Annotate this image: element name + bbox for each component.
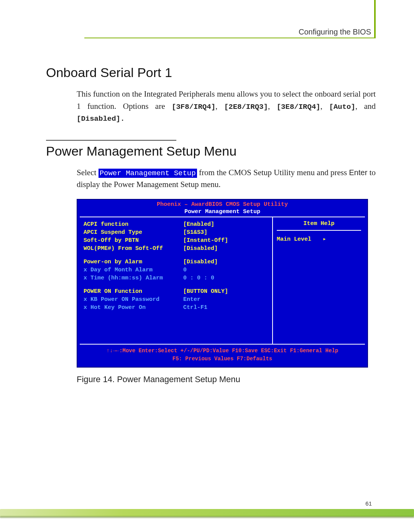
bios-label: ACPI function <box>84 220 183 228</box>
text: from the CMOS Setup Utility menu and pre… <box>197 168 349 177</box>
figure-caption: Figure 14. Power Management Setup Menu <box>77 374 376 384</box>
breadcrumb: Configuring the BIOS <box>299 28 371 36</box>
bios-footer: ↑↓→←:Move Enter:Select +/-/PU/PD:Value F… <box>77 345 367 367</box>
section-title-onboard-serial: Onboard Serial Port 1 <box>46 65 376 80</box>
bios-value: [BUTTON ONLY] <box>183 287 228 296</box>
text: , <box>215 102 224 111</box>
bios-label-dim: x Time (hh:mm:ss) Alarm <box>84 274 183 282</box>
bios-row-apci-suspend[interactable]: APCI Suspend Type[S1&S3] <box>84 228 268 236</box>
page-number: 61 <box>365 500 372 507</box>
bios-title: Phoenix – AwardBIOS CMOS Setup Utility <box>77 200 367 209</box>
bios-subtitle: Power Management Setup <box>77 209 367 217</box>
bios-label: WOL(PME#) From Soft-Off <box>84 245 183 253</box>
bios-right-panel: Item Help Main Level▸ <box>273 217 365 344</box>
bios-footer-line2: F5: Previous Values F7:Defaults <box>77 355 367 363</box>
bios-main-level: Main Level▸ <box>277 235 361 243</box>
bios-left-panel: ACPI function[Enabled] APCI Suspend Type… <box>80 217 273 344</box>
footer-band <box>0 509 414 517</box>
bios-value-dim: 0 : 0 : 0 <box>183 274 214 282</box>
footer-band-shadow <box>0 516 414 518</box>
bios-value: [Disabled] <box>183 258 218 266</box>
bios-label: Soft-Off by PBTN <box>84 236 183 245</box>
header-rule <box>84 38 376 38</box>
option-auto: [Auto] <box>329 103 355 111</box>
power-management-paragraph: Select Power Management Setup from the C… <box>77 167 376 191</box>
bios-footer-line1: ↑↓→←:Move Enter:Select +/-/PU/PD:Value F… <box>77 347 367 355</box>
bios-label-dim: x Hot Key Power On <box>84 304 183 312</box>
bios-row-power-on-function[interactable]: POWER ON Function[BUTTON ONLY] <box>84 287 268 296</box>
page: Configuring the BIOS Onboard Serial Port… <box>0 0 414 532</box>
gap <box>84 253 268 258</box>
bios-row-kb-password: x KB Power ON Password Enter <box>84 296 268 304</box>
text: , <box>320 102 329 111</box>
bios-body: ACPI function[Enabled] APCI Suspend Type… <box>80 217 365 345</box>
text: Select <box>77 168 99 177</box>
bios-value: [S1&S3] <box>183 228 207 236</box>
section-divider <box>46 140 176 141</box>
text: , <box>268 102 277 111</box>
bios-row-day-of-month: x Day of Month Alarm 0 <box>84 266 268 274</box>
bios-value: [Instant-Off] <box>183 236 228 245</box>
bios-label: POWER ON Function <box>84 287 183 296</box>
bios-value-dim: 0 <box>183 266 187 274</box>
bios-label-dim: x KB Power ON Password <box>84 296 183 304</box>
highlight-power-management-setup: Power Management Setup <box>99 169 197 178</box>
text: Main Level <box>277 236 311 243</box>
bios-row-acpi-function[interactable]: ACPI function[Enabled] <box>84 220 268 228</box>
text: , and <box>355 102 376 111</box>
bios-label: Power-on by Alarm <box>84 258 183 266</box>
header-accent-vertical <box>374 0 376 38</box>
bios-row-hotkey: x Hot Key Power On Ctrl-F1 <box>84 304 268 312</box>
bios-value: [Enabled] <box>183 220 214 228</box>
arrow-right-icon: ▸ <box>323 235 326 243</box>
key-enter: Enter <box>349 168 368 177</box>
option-3e8: [3E8/IRQ4] <box>277 103 320 111</box>
gap <box>84 282 268 287</box>
option-3f8: [3F8/IRQ4] <box>172 103 215 111</box>
bios-row-wol[interactable]: WOL(PME#) From Soft-Off[Disabled] <box>84 245 268 253</box>
option-2e8: [2E8/IRQ3] <box>224 103 268 111</box>
onboard-serial-paragraph: This function on the Integrated Peripher… <box>77 88 376 125</box>
bios-value-dim: Enter <box>183 296 200 304</box>
bios-row-time-alarm: x Time (hh:mm:ss) Alarm 0 : 0 : 0 <box>84 274 268 282</box>
bios-row-poweron-alarm[interactable]: Power-on by Alarm[Disabled] <box>84 258 268 266</box>
bios-label: APCI Suspend Type <box>84 228 183 236</box>
bios-label-dim: x Day of Month Alarm <box>84 266 183 274</box>
bios-value-dim: Ctrl-F1 <box>183 304 207 312</box>
bios-item-help-title: Item Help <box>277 220 361 231</box>
option-disabled: [Disabled]. <box>77 115 125 123</box>
bios-screen: Phoenix – AwardBIOS CMOS Setup Utility P… <box>77 199 368 368</box>
bios-row-soft-off[interactable]: Soft-Off by PBTN[Instant-Off] <box>84 236 268 245</box>
section-title-power-management: Power Management Setup Menu <box>46 144 376 159</box>
bios-value: [Disabled] <box>183 245 218 253</box>
